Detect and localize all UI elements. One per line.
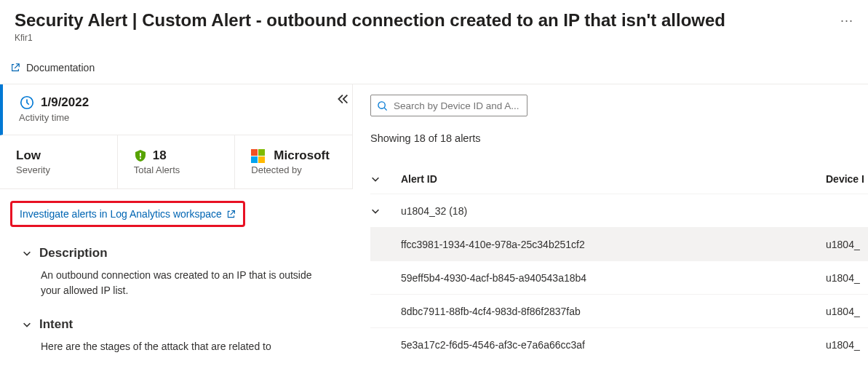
activity-time-value: 1/9/2022 bbox=[41, 95, 89, 110]
column-device[interactable]: Device I bbox=[826, 173, 868, 185]
microsoft-logo-icon bbox=[251, 149, 265, 163]
collapse-panel-icon[interactable] bbox=[334, 92, 350, 108]
cell-device: u1804_ bbox=[826, 306, 868, 317]
results-count: Showing 18 of 18 alerts bbox=[370, 132, 868, 144]
activity-time-card: 1/9/2022 Activity time bbox=[0, 84, 353, 135]
investigate-highlight: Investigate alerts in Log Analytics work… bbox=[10, 201, 245, 227]
intent-header[interactable]: Intent bbox=[22, 317, 331, 332]
external-link-icon bbox=[10, 63, 20, 73]
chevron-down-icon bbox=[370, 206, 381, 216]
total-alerts-value: 18 bbox=[153, 148, 167, 163]
description-header[interactable]: Description bbox=[22, 246, 331, 260]
chevron-down-icon bbox=[22, 248, 32, 258]
table-row[interactable]: 8dbc7911-88fb-4cf4-983d-8f86f2837fab u18… bbox=[370, 294, 868, 327]
description-title: Description bbox=[39, 246, 108, 260]
investigate-link[interactable]: Investigate alerts in Log Analytics work… bbox=[20, 208, 236, 220]
cell-alert-id: 5e3a17c2-f6d5-4546-af3c-e7a6a66cc3af bbox=[394, 339, 826, 351]
chevron-down-icon[interactable] bbox=[370, 174, 381, 184]
page-title: Security Alert | Custom Alert - outbound… bbox=[15, 9, 853, 31]
external-link-icon bbox=[226, 210, 236, 219]
table-header: Alert ID Device I bbox=[370, 170, 868, 194]
svg-rect-2 bbox=[140, 158, 141, 159]
alerts-table: Alert ID Device I u1804_32 (18) ffcc3981… bbox=[370, 170, 868, 361]
clock-icon bbox=[19, 95, 35, 111]
search-box[interactable] bbox=[370, 95, 527, 116]
chevron-down-icon bbox=[22, 319, 32, 330]
cell-device: u1804_ bbox=[826, 239, 868, 250]
severity-card: Low Severity bbox=[0, 135, 118, 189]
cell-alert-id: 8dbc7911-88fb-4cf4-983d-8f86f2837fab bbox=[394, 306, 826, 317]
intent-title: Intent bbox=[39, 317, 73, 332]
column-alert-id[interactable]: Alert ID bbox=[394, 173, 826, 185]
activity-time-label: Activity time bbox=[19, 112, 338, 123]
cell-alert-id: ffcc3981-1934-410e-978a-25c34b251cf2 bbox=[394, 239, 826, 250]
table-row[interactable]: ffcc3981-1934-410e-978a-25c34b251cf2 u18… bbox=[370, 227, 868, 260]
investigate-link-label: Investigate alerts in Log Analytics work… bbox=[20, 208, 222, 220]
cell-alert-id: 59eff5b4-4930-4acf-b845-a940543a18b4 bbox=[394, 272, 826, 284]
shield-alert-icon bbox=[134, 149, 147, 162]
details-pane: 1/9/2022 Activity time Low Severity 18 T… bbox=[0, 84, 353, 361]
intent-body: Here are the stages of the attack that a… bbox=[22, 339, 331, 354]
description-body: An outbound connection was created to an… bbox=[22, 268, 331, 298]
svg-rect-1 bbox=[140, 153, 141, 156]
detected-by-value: Microsoft bbox=[274, 148, 330, 163]
search-input[interactable] bbox=[394, 100, 521, 111]
table-group-row[interactable]: u1804_32 (18) bbox=[370, 194, 868, 227]
table-row[interactable]: 59eff5b4-4930-4acf-b845-a940543a18b4 u18… bbox=[370, 260, 868, 294]
total-alerts-card: 18 Total Alerts bbox=[118, 135, 236, 189]
severity-value: Low bbox=[16, 148, 103, 163]
detected-by-label: Detected by bbox=[251, 164, 338, 175]
svg-point-3 bbox=[378, 102, 385, 108]
page-subtitle: Kfir1 bbox=[15, 33, 853, 43]
documentation-link[interactable]: Documentation bbox=[10, 62, 95, 73]
cell-device: u1804_ bbox=[826, 339, 868, 351]
documentation-label: Documentation bbox=[26, 62, 95, 73]
search-icon bbox=[377, 100, 388, 111]
severity-label: Severity bbox=[16, 164, 103, 175]
alerts-pane: Showing 18 of 18 alerts Alert ID Device … bbox=[353, 84, 868, 361]
cell-device: u1804_ bbox=[826, 272, 868, 284]
more-actions-button[interactable]: ··· bbox=[840, 13, 853, 28]
group-label: u1804_32 (18) bbox=[394, 205, 826, 217]
detected-by-card: Microsoft Detected by bbox=[235, 135, 353, 189]
table-row[interactable]: 5e3a17c2-f6d5-4546-af3c-e7a6a66cc3af u18… bbox=[370, 327, 868, 361]
total-alerts-label: Total Alerts bbox=[134, 164, 220, 175]
